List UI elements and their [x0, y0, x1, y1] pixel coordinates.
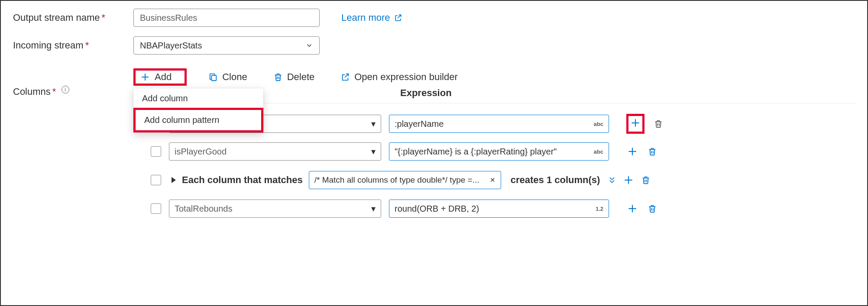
caret-down-icon: ▾ — [371, 203, 376, 214]
add-column-pattern-menu-item[interactable]: Add column pattern — [133, 108, 263, 132]
add-column-menu-item[interactable]: Add column — [133, 88, 263, 109]
expression-input[interactable]: "{:playerName} is a {:playerRating} play… — [389, 142, 609, 161]
columns-label: Columns* i — [13, 64, 133, 97]
incoming-stream-value: NBAPlayerStats — [140, 41, 202, 51]
column-name-value: TotalRebounds — [175, 204, 232, 214]
external-link-icon — [340, 72, 350, 82]
add-row-button[interactable] — [626, 203, 638, 215]
copy-icon — [208, 72, 218, 82]
chevron-down-icon — [305, 42, 313, 49]
pattern-prefix-label: Each column that matches — [182, 174, 303, 186]
clear-icon[interactable]: ✕ — [490, 176, 496, 184]
required-star: * — [102, 12, 106, 23]
open-expression-builder-button[interactable]: Open expression builder — [336, 69, 462, 85]
column-name-select[interactable]: TotalRebounds ▾ — [169, 200, 381, 218]
caret-down-icon: ▾ — [371, 119, 376, 129]
delete-row-button[interactable] — [641, 175, 651, 185]
expression-column-header: Expression — [400, 87, 452, 99]
trash-icon — [273, 72, 283, 82]
column-name-value: isPlayerGood — [175, 147, 227, 157]
output-stream-name-label: Output stream name* — [13, 12, 133, 23]
row-checkbox[interactable] — [151, 175, 161, 185]
delete-row-button[interactable] — [647, 146, 657, 157]
plus-icon — [629, 117, 641, 129]
output-stream-name-input[interactable] — [133, 9, 320, 27]
delete-row-button[interactable] — [653, 119, 664, 129]
expression-type-badge: abc — [594, 121, 603, 127]
required-star: * — [85, 40, 89, 51]
caret-down-icon: ▾ — [371, 146, 376, 157]
row-checkbox[interactable] — [151, 203, 161, 214]
expression-value: round(ORB + DRB, 2) — [395, 204, 479, 214]
expression-input[interactable]: round(ORB + DRB, 2) 1.2 — [389, 200, 609, 218]
expression-type-badge: abc — [594, 148, 603, 155]
pattern-match-expression-value: /* Match all columns of type double*/ ty… — [314, 175, 479, 185]
open-expr-builder-label: Open expression builder — [354, 71, 457, 83]
add-button[interactable]: Add — [133, 68, 187, 86]
clone-label: Clone — [222, 71, 247, 83]
learn-more-link[interactable]: Learn more — [341, 12, 402, 23]
add-label: Add — [155, 71, 172, 83]
column-row: isPlayerGood ▾ "{:playerName} is a {:pla… — [133, 138, 855, 165]
expression-value: "{:playerName} is a {:playerRating} play… — [395, 147, 557, 157]
add-row-button[interactable] — [626, 114, 645, 134]
delete-row-button[interactable] — [647, 203, 657, 214]
pattern-match-expression-input[interactable]: /* Match all columns of type double*/ ty… — [309, 171, 501, 189]
external-link-icon — [394, 13, 402, 22]
svg-rect-2 — [211, 75, 216, 81]
delete-label: Delete — [287, 71, 315, 83]
column-name-select[interactable]: isPlayerGood ▾ — [169, 142, 381, 161]
pattern-suffix-label: creates 1 column(s) — [511, 174, 600, 186]
required-star: * — [52, 86, 56, 97]
incoming-stream-select[interactable]: NBAPlayerStats — [133, 36, 320, 55]
expression-value: :playerName — [395, 119, 444, 129]
expression-input[interactable]: :playerName abc — [389, 115, 609, 133]
row-checkbox[interactable] — [151, 146, 161, 157]
add-row-button[interactable] — [626, 145, 638, 158]
expand-all-icon[interactable] — [608, 176, 616, 184]
expand-icon[interactable] — [172, 177, 176, 183]
clone-button[interactable]: Clone — [204, 69, 251, 85]
add-row-button[interactable] — [622, 174, 635, 186]
incoming-stream-label: Incoming stream* — [13, 40, 133, 51]
info-icon[interactable]: i — [62, 86, 69, 93]
add-dropdown-menu: Add column Add column pattern — [133, 88, 263, 132]
expression-type-badge: 1.2 — [596, 206, 603, 212]
learn-more-label: Learn more — [341, 12, 390, 23]
plus-icon — [140, 72, 150, 82]
delete-button[interactable]: Delete — [269, 69, 319, 85]
column-row: TotalRebounds ▾ round(ORB + DRB, 2) 1.2 — [133, 195, 855, 222]
column-pattern-row: Each column that matches /* Match all co… — [133, 165, 855, 195]
